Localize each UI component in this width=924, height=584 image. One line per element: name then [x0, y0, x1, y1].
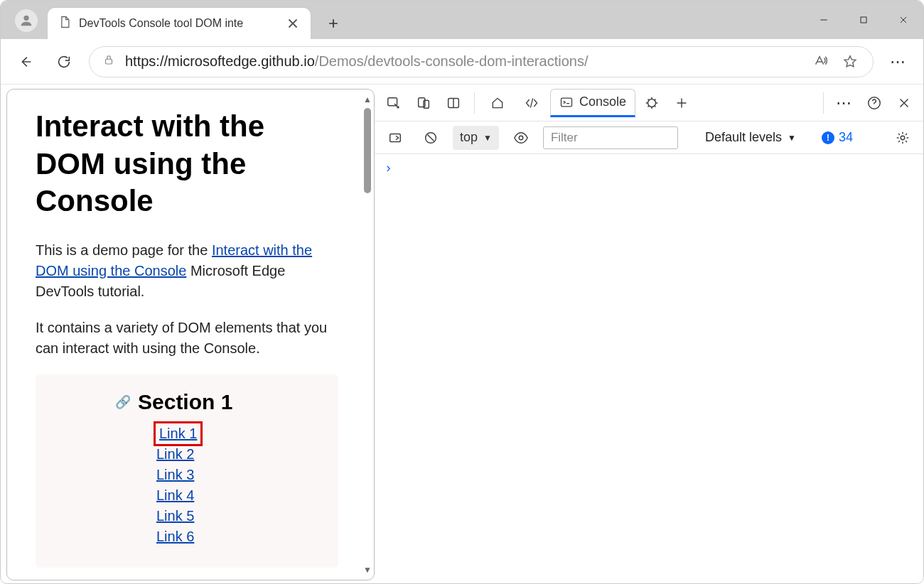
add-tab-button[interactable]	[668, 90, 695, 117]
section-heading: 🔗 Section 1	[50, 390, 324, 414]
person-icon	[18, 13, 34, 28]
page-icon	[58, 15, 72, 32]
dock-side-button[interactable]	[440, 90, 467, 117]
tab-console-label: Console	[579, 94, 626, 109]
refresh-button[interactable]	[50, 48, 77, 75]
tab-title: DevTools Console tool DOM inte	[79, 17, 278, 30]
favorite-icon[interactable]	[840, 54, 860, 70]
minimize-button[interactable]	[804, 5, 844, 35]
console-prompt-icon: ›	[385, 161, 392, 175]
back-button[interactable]	[12, 48, 39, 75]
anchor-icon[interactable]: 🔗	[115, 394, 131, 410]
maximize-button[interactable]	[844, 5, 883, 35]
read-aloud-icon[interactable]	[810, 54, 830, 70]
close-window-button[interactable]	[883, 5, 923, 35]
console-toolbar: top ▼ Filter Default levels ▼ ! 34	[375, 121, 923, 154]
log-levels-dropdown[interactable]: Default levels ▼	[705, 130, 796, 145]
devtools-close-button[interactable]	[891, 90, 918, 117]
devtools-tab-bar: Console ⋯	[375, 85, 923, 121]
link-item[interactable]: Link 5	[156, 507, 194, 526]
live-expression-button[interactable]	[507, 124, 534, 151]
link-item[interactable]: Link 1	[156, 424, 200, 443]
issues-badge-icon: !	[822, 131, 834, 144]
section-box: 🔗 Section 1 Link 1 Link 2 Link 3 Link 4 …	[36, 374, 338, 568]
devtools-more-button[interactable]: ⋯	[831, 90, 858, 117]
window-controls	[804, 1, 923, 39]
page-content: Interact with the DOM using the Console …	[7, 90, 360, 580]
caret-down-icon: ▼	[788, 133, 796, 143]
devtools-help-button[interactable]	[861, 90, 888, 117]
tab-strip: DevTools Console tool DOM inte	[1, 1, 923, 39]
browser-tab[interactable]: DevTools Console tool DOM inte	[48, 8, 311, 39]
profile-avatar[interactable]	[15, 9, 38, 32]
links-list: Link 1 Link 2 Link 3 Link 4 Link 5 Link …	[50, 424, 324, 546]
inspect-element-button[interactable]	[380, 90, 407, 117]
toggle-sidebar-button[interactable]	[382, 124, 409, 151]
svg-point-13	[901, 136, 905, 140]
tab-welcome[interactable]	[482, 89, 513, 117]
svg-point-12	[519, 136, 523, 140]
page-pane: Interact with the DOM using the Console …	[6, 89, 375, 580]
close-tab-icon[interactable]	[285, 16, 301, 31]
svg-rect-2	[106, 59, 112, 64]
intro-paragraph: This is a demo page for the Interact wit…	[36, 240, 338, 302]
main-area: Interact with the DOM using the Console …	[1, 85, 923, 584]
address-bar[interactable]: https://microsoftedge.github.io/Demos/de…	[89, 46, 874, 77]
issues-count[interactable]: ! 34	[822, 130, 853, 145]
description-paragraph: It contains a variety of DOM elements th…	[36, 318, 338, 359]
console-settings-button[interactable]	[889, 124, 916, 151]
context-dropdown[interactable]: top ▼	[453, 126, 499, 150]
svg-rect-7	[562, 98, 572, 107]
clear-console-button[interactable]	[417, 124, 444, 151]
url-text: https://microsoftedge.github.io/Demos/de…	[125, 53, 800, 70]
console-body[interactable]: ›	[375, 154, 923, 584]
link-item[interactable]: Link 3	[156, 465, 194, 485]
page-scrollbar[interactable]: ▲ ▼	[362, 92, 372, 577]
browser-menu-button[interactable]: ⋯	[885, 48, 912, 75]
link-item[interactable]: Link 2	[156, 445, 194, 464]
new-tab-button[interactable]	[319, 9, 348, 38]
scroll-thumb[interactable]	[364, 108, 371, 193]
scroll-down-icon[interactable]: ▼	[362, 564, 372, 575]
link-item[interactable]: Link 6	[156, 527, 194, 546]
caret-down-icon: ▼	[483, 133, 492, 143]
tab-console[interactable]: Console	[550, 89, 635, 117]
tab-issues[interactable]	[638, 90, 665, 117]
context-label: top	[460, 130, 478, 145]
link-item[interactable]: Link 4	[156, 486, 194, 505]
filter-input[interactable]: Filter	[543, 126, 678, 149]
svg-point-0	[23, 16, 28, 21]
device-toolbar-button[interactable]	[410, 90, 437, 117]
page-heading: Interact with the DOM using the Console	[36, 108, 338, 220]
lock-icon	[102, 53, 115, 70]
devtools-pane: Console ⋯	[375, 85, 923, 584]
tab-elements[interactable]	[516, 89, 547, 117]
svg-rect-1	[861, 17, 866, 23]
browser-toolbar: https://microsoftedge.github.io/Demos/de…	[1, 39, 923, 85]
